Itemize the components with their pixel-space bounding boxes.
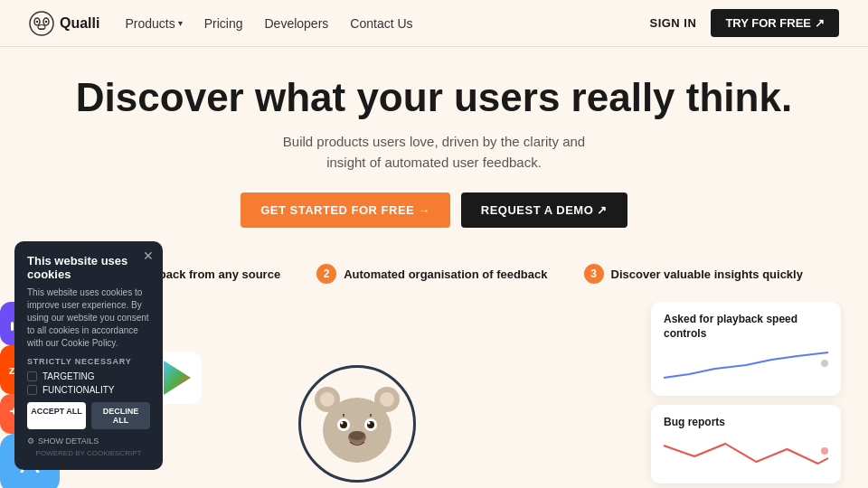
strictly-necessary-label: STRICTLY NECESSARY [27, 357, 150, 366]
card-title-2: Bug reports [664, 416, 828, 430]
targeting-checkbox[interactable] [27, 371, 37, 381]
svg-point-29 [380, 392, 394, 407]
accept-all-button[interactable]: ACCEPT ALL [27, 402, 86, 429]
logo-text: Qualli [60, 15, 99, 32]
navbar: Qualli Products ▾ Pricing Developers Con… [0, 0, 868, 47]
svg-point-30 [323, 398, 392, 463]
koala-mascot [298, 365, 416, 483]
request-demo-button[interactable]: REQUEST A DEMO ↗ [461, 192, 627, 228]
feedback-card-1: Asked for playback speed controls [651, 302, 841, 395]
card-chart-1 [664, 349, 828, 385]
card-title-1: Asked for playback speed controls [664, 313, 828, 341]
functionality-checkbox[interactable] [27, 385, 37, 395]
nav-products[interactable]: Products ▾ [125, 16, 182, 31]
hero-title: Discover what your users really think. [18, 76, 850, 119]
cookie-footer: POWERED BY COOKIESCRIPT [27, 449, 150, 457]
logo[interactable]: Qualli [29, 11, 99, 36]
targeting-label: TARGETING [42, 371, 95, 381]
nav-developers[interactable]: Developers [265, 16, 329, 31]
hero-buttons: GET STARTED FOR FREE → REQUEST A DEMO ↗ [18, 192, 850, 228]
functionality-checkbox-row: FUNCTIONALITY [27, 385, 150, 395]
svg-point-38 [349, 431, 365, 440]
get-started-button[interactable]: GET STARTED FOR FREE → [241, 192, 450, 228]
gear-icon: ⚙ [27, 436, 34, 446]
cookie-close-button[interactable]: ✕ [143, 249, 154, 263]
feedback-card-2: Bug reports [651, 405, 841, 484]
nav-pricing[interactable]: Pricing [204, 16, 243, 31]
step-number-3: 3 [584, 264, 604, 284]
cookie-banner: ✕ This website uses cookies This website… [14, 241, 163, 470]
hero-subtitle: Build products users love, driven by the… [262, 132, 606, 173]
arrow-icon: → [418, 203, 430, 217]
svg-point-3 [36, 20, 38, 22]
try-free-button[interactable]: TRY FOR FREE ↗ [711, 9, 839, 37]
logo-icon [29, 11, 54, 36]
step-label-3: Discover valuable insights quickly [611, 267, 803, 281]
nav-links: Products ▾ Pricing Developers Contact Us [125, 16, 649, 31]
show-details-button[interactable]: ⚙ SHOW DETAILS [27, 436, 150, 446]
svg-point-0 [30, 12, 53, 35]
decline-all-button[interactable]: DECLINE ALL [91, 402, 150, 429]
chevron-down-icon: ▾ [178, 18, 183, 28]
step-number-2: 2 [316, 264, 336, 284]
cookie-buttons: ACCEPT ALL DECLINE ALL [27, 402, 150, 429]
step-2: 2 Automated organisation of feedback [316, 264, 547, 284]
arrow-icon: ↗ [815, 16, 825, 30]
signin-button[interactable]: SIGN IN [649, 16, 696, 30]
card-chart-2 [664, 436, 828, 473]
svg-rect-7 [11, 322, 14, 331]
functionality-label: FUNCTIONALITY [42, 385, 114, 395]
step-3: 3 Discover valuable insights quickly [584, 264, 803, 284]
hero-section: Discover what your users really think. B… [0, 47, 868, 264]
cookie-title: This website uses cookies [27, 254, 150, 281]
svg-point-36 [368, 422, 371, 425]
feedback-cards-section: Asked for playback speed controls Bug re… [651, 302, 841, 488]
targeting-checkbox-row: TARGETING [27, 371, 150, 381]
nav-actions: SIGN IN TRY FOR FREE ↗ [649, 9, 839, 37]
svg-point-35 [341, 422, 344, 425]
cookie-text: This website uses cookies to improve use… [27, 286, 150, 350]
nav-contact[interactable]: Contact Us [350, 16, 412, 31]
arrow-icon: ↗ [597, 203, 608, 217]
svg-point-28 [320, 392, 335, 407]
svg-point-4 [45, 20, 47, 22]
step-label-2: Automated organisation of feedback [344, 267, 547, 281]
